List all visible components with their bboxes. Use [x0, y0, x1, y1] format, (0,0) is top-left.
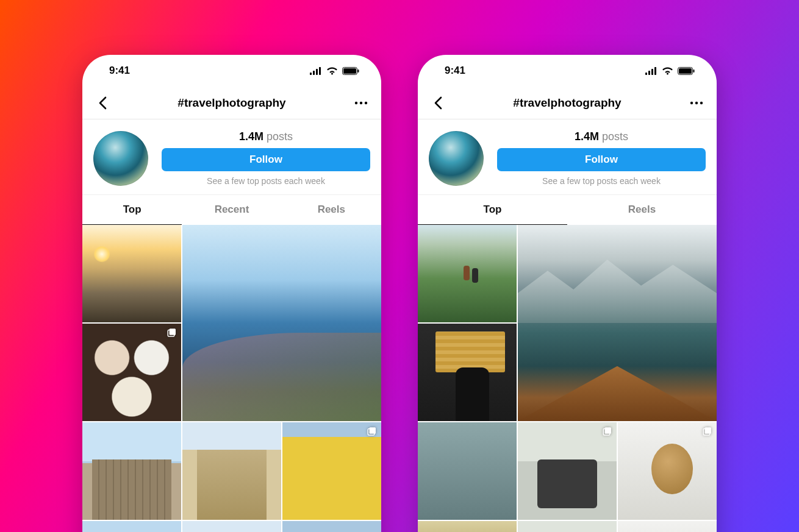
wifi-icon [326, 66, 338, 75]
post-thumbnail[interactable] [82, 324, 181, 421]
post-thumbnail[interactable] [182, 521, 281, 532]
follow-hint: See a few top posts each week [207, 176, 325, 186]
svg-rect-0 [310, 73, 312, 75]
follow-button[interactable]: Follow [497, 148, 706, 171]
post-grid[interactable] [418, 225, 717, 532]
hashtag-header: 1.4M posts Follow See a few top posts ea… [418, 119, 717, 194]
post-thumbnail[interactable] [618, 521, 717, 532]
svg-rect-15 [648, 71, 650, 75]
post-thumbnail[interactable] [418, 324, 517, 421]
status-time: 9:41 [109, 65, 130, 77]
chevron-left-icon [434, 96, 442, 110]
svg-rect-20 [693, 69, 695, 73]
more-icon [354, 101, 368, 105]
carousel-icon [367, 426, 378, 437]
page-title: #travelphotography [513, 96, 621, 110]
page-title: #travelphotography [177, 96, 285, 110]
nav-bar: #travelphotography [82, 87, 381, 119]
post-thumbnail-featured[interactable] [182, 225, 381, 421]
more-button[interactable] [352, 101, 370, 105]
follow-button[interactable]: Follow [162, 148, 370, 171]
cellular-icon [310, 67, 322, 75]
battery-icon [342, 67, 359, 75]
tab-reels[interactable]: Reels [567, 195, 717, 225]
status-time: 9:41 [445, 65, 465, 77]
chevron-left-icon [98, 96, 107, 110]
svg-point-9 [365, 101, 367, 104]
post-count-number: 1.4M [239, 130, 263, 143]
svg-rect-2 [316, 69, 318, 75]
tab-top[interactable]: Top [82, 195, 182, 225]
svg-rect-5 [343, 68, 356, 74]
phone-left: 9:41 #travelphotography 1.4M posts Follo… [82, 55, 381, 532]
status-icons [310, 66, 359, 75]
tab-top[interactable]: Top [418, 195, 567, 225]
hashtag-info: 1.4M posts Follow See a few top posts ea… [497, 130, 706, 186]
status-bar: 9:41 [418, 55, 717, 87]
more-icon [690, 101, 703, 105]
phone-right: 9:41 #travelphotography 1.4M posts Follo… [418, 55, 717, 532]
tab-reels[interactable]: Reels [282, 195, 381, 225]
hashtag-info: 1.4M posts Follow See a few top posts ea… [162, 130, 370, 186]
svg-rect-6 [358, 69, 359, 73]
svg-rect-3 [319, 67, 321, 75]
post-thumbnail[interactable] [418, 225, 517, 322]
post-thumbnail[interactable] [282, 521, 381, 532]
carousel-icon [602, 426, 613, 437]
wifi-icon [662, 66, 673, 75]
svg-point-23 [700, 101, 703, 104]
post-count-number: 1.4M [575, 130, 599, 143]
post-count: 1.4M posts [575, 130, 628, 143]
nav-bar: #travelphotography [418, 87, 717, 119]
post-thumbnail[interactable] [418, 521, 517, 532]
carousel-icon [167, 327, 177, 338]
svg-rect-14 [645, 73, 647, 75]
svg-point-21 [690, 101, 693, 104]
svg-rect-19 [679, 68, 692, 74]
post-count: 1.4M posts [239, 130, 293, 143]
hashtag-avatar[interactable] [429, 131, 484, 186]
hashtag-header: 1.4M posts Follow See a few top posts ea… [82, 119, 381, 194]
svg-rect-17 [654, 67, 656, 75]
svg-point-7 [355, 101, 357, 104]
post-thumbnail[interactable] [182, 422, 281, 520]
tabs: Top Reels [418, 194, 717, 225]
post-count-label: posts [267, 130, 293, 143]
cellular-icon [645, 67, 657, 75]
svg-rect-1 [313, 71, 315, 75]
back-button[interactable] [93, 96, 112, 110]
post-thumbnail[interactable] [618, 422, 717, 520]
svg-point-22 [695, 101, 698, 104]
battery-icon [678, 67, 695, 75]
svg-point-8 [360, 101, 362, 104]
svg-rect-16 [651, 69, 653, 75]
hashtag-avatar[interactable] [93, 131, 148, 186]
more-button[interactable] [687, 101, 706, 105]
post-thumbnail[interactable] [418, 422, 517, 520]
post-thumbnail[interactable] [518, 422, 617, 520]
post-grid[interactable] [82, 225, 381, 532]
tabs: Top Recent Reels [82, 194, 381, 225]
back-button[interactable] [429, 96, 447, 110]
status-bar: 9:41 [82, 55, 381, 87]
post-thumbnail[interactable] [82, 521, 181, 532]
carousel-icon [702, 426, 713, 437]
post-thumbnail[interactable] [282, 422, 381, 520]
post-count-label: posts [602, 130, 628, 143]
post-thumbnail[interactable] [82, 422, 181, 520]
post-thumbnail-featured[interactable] [518, 225, 717, 421]
post-thumbnail[interactable] [518, 521, 617, 532]
post-thumbnail[interactable] [82, 225, 181, 322]
tab-recent[interactable]: Recent [182, 195, 281, 225]
status-icons [645, 66, 695, 75]
follow-hint: See a few top posts each week [542, 176, 661, 186]
